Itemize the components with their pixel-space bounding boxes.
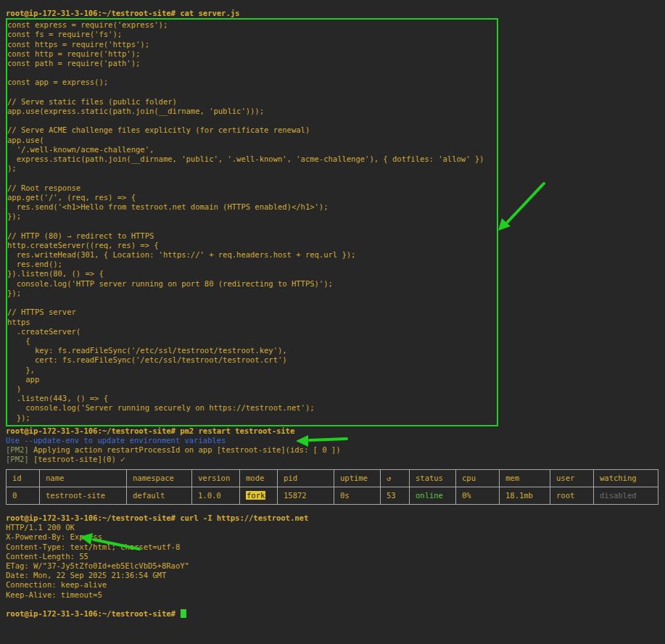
pm2-log-text: [testroot-site](0) ✓ [29, 455, 125, 463]
pm2-process-table: idnamenamespaceversionmodepiduptime↺stat… [6, 469, 658, 505]
code-line: const fs = require('fs'); [7, 30, 494, 39]
table-cell: online [410, 487, 456, 504]
table-header-cell: mem [500, 469, 550, 487]
http-header-line: Connection: keep-alive [6, 580, 661, 590]
code-line: }); [7, 413, 494, 423]
command-line-curl: root@ip-172-31-3-106:~/testroot-site# cu… [6, 513, 661, 523]
code-line: const express = require('express'); [7, 20, 494, 30]
pm2-table-head-row: idnamenamespaceversionmodepiduptime↺stat… [7, 469, 658, 487]
code-line: res.end(); [7, 260, 494, 269]
code-line [7, 68, 494, 78]
command-curl: curl -I https://testroot.net [180, 513, 308, 522]
pm2-log-line-1: [PM2] Applying action restartProcessId o… [6, 445, 661, 455]
code-line: http.createServer((req, res) => { [7, 241, 494, 250]
code-line [7, 221, 494, 231]
terminal-window[interactable]: root@ip-172-31-3-106:~/testroot-site# ca… [0, 0, 665, 644]
table-cell: 0s [334, 487, 381, 504]
code-line: res.send('<h1>Hello from testroot.net do… [7, 202, 494, 212]
table-header-cell: user [550, 469, 594, 487]
http-header-line: X-Powered-By: Express [6, 532, 661, 542]
highlighted-value: fork [246, 491, 265, 500]
code-line: express.static(path.join(__dirname, 'pub… [7, 154, 494, 164]
command-pm2-restart: pm2 restart testroot-site [180, 426, 294, 435]
code-line: cert: fs.readFileSync('/etc/ssl/testroot… [7, 355, 494, 365]
table-cell: default [127, 487, 192, 504]
code-line: .createServer( [7, 327, 494, 337]
code-line: .listen(443, () => { [7, 394, 494, 403]
code-line: console.log('Server running securely on … [7, 403, 494, 413]
code-line: { [7, 337, 494, 346]
table-cell: 53 [381, 487, 410, 504]
code-line [7, 116, 494, 125]
table-header-cell: ↺ [381, 469, 410, 487]
code-line [7, 173, 494, 183]
pm2-log-line-2: [PM2] [testroot-site](0) ✓ [6, 455, 661, 464]
table-cell: 0% [456, 487, 500, 504]
code-line: // Root response [7, 183, 494, 193]
shell-prompt: root@ip-172-31-3-106:~/testroot-site# [6, 513, 180, 522]
code-line: // HTTP (80) → redirect to HTTPS [7, 231, 494, 241]
code-line: // Serve static files (public folder) [7, 97, 494, 107]
table-cell: 1.0.0 [192, 487, 240, 504]
pm2-tag: [PM2] [6, 455, 29, 463]
shell-prompt: root@ip-172-31-3-106:~/testroot-site# [6, 426, 180, 435]
command-line-cat: root@ip-172-31-3-106:~/testroot-site# ca… [6, 9, 661, 18]
code-line: '/.well-known/acme-challenge', [7, 145, 494, 154]
code-line: app.use( [7, 136, 494, 145]
code-line: ) [7, 384, 494, 394]
code-line: }); [7, 212, 494, 221]
pm2-update-env-hint: Use --update-env to update environment v… [6, 436, 661, 445]
table-header-cell: namespace [127, 469, 192, 487]
code-line: app [7, 375, 494, 384]
table-cell: fork [240, 487, 278, 504]
command-line-pm2-restart: root@ip-172-31-3-106:~/testroot-site# pm… [6, 426, 661, 436]
pm2-tag: [PM2] [6, 445, 29, 454]
terminal-cursor [181, 609, 186, 618]
code-line: console.log('HTTP server running on port… [7, 279, 494, 289]
code-line: const https = require('https'); [7, 40, 494, 49]
table-header-cell: status [410, 469, 456, 487]
code-line: // Serve ACME challenge files explicitly… [7, 125, 494, 135]
http-status-line: HTTP/1.1 200 OK [6, 523, 661, 532]
table-header-cell: id [7, 469, 40, 487]
code-line: const http = require('http'); [7, 49, 494, 59]
table-header-cell: name [40, 469, 127, 487]
table-header-cell: mode [240, 469, 278, 487]
table-cell: disabled [594, 487, 658, 504]
table-cell: root [550, 487, 594, 504]
http-header-line: Date: Mon, 22 Sep 2025 21:36:54 GMT [6, 571, 661, 580]
table-cell: testroot-site [40, 487, 127, 504]
http-header-line: ETag: W/"37-Jy5tZfo0Id+eb5ElcVbD5+8RaoY" [6, 561, 661, 571]
code-line: }, [7, 366, 494, 375]
code-line: // HTTPS server [7, 307, 494, 317]
code-line: res.writeHead(301, { Location: 'https://… [7, 250, 494, 260]
shell-prompt: root@ip-172-31-3-106:~/testroot-site# [6, 9, 180, 17]
code-line: app.use(express.static(path.join(__dirna… [7, 107, 494, 116]
code-line: ); [7, 164, 494, 173]
table-cell: 0 [7, 487, 40, 504]
table-cell: 18.1mb [500, 487, 550, 504]
http-header-line: Content-Type: text/html; charset=utf-8 [6, 542, 661, 552]
command-line-current: root@ip-172-31-3-106:~/testroot-site# [6, 609, 661, 619]
code-line: key: fs.readFileSync('/etc/ssl/testroot/… [7, 346, 494, 355]
table-row: 0testroot-sitedefault1.0.0fork158720s53o… [7, 487, 658, 504]
table-header-cell: version [192, 469, 240, 487]
code-line: https [7, 318, 494, 327]
code-line: }).listen(80, () => { [7, 269, 494, 278]
table-cell: 15872 [278, 487, 334, 504]
table-header-cell: watching [594, 469, 658, 487]
shell-prompt: root@ip-172-31-3-106:~/testroot-site# [6, 609, 180, 618]
server-js-highlight-box: const express = require('express');const… [6, 18, 498, 426]
code-line: app.get('/', (req, res) => { [7, 193, 494, 202]
table-header-cell: pid [278, 469, 334, 487]
command-cat-server-js: cat server.js [180, 9, 239, 17]
pm2-table-body: 0testroot-sitedefault1.0.0fork158720s53o… [7, 487, 658, 504]
code-line: }); [7, 289, 494, 298]
code-line [7, 88, 494, 97]
table-header-cell: uptime [334, 469, 381, 487]
pm2-log-text: Applying action restartProcessId on app … [29, 445, 341, 454]
http-header-line: Keep-Alive: timeout=5 [6, 590, 661, 600]
server-js-code: const express = require('express');const… [7, 20, 494, 423]
code-line: const path = require('path'); [7, 59, 494, 68]
http-header-line: Content-Length: 55 [6, 552, 661, 561]
